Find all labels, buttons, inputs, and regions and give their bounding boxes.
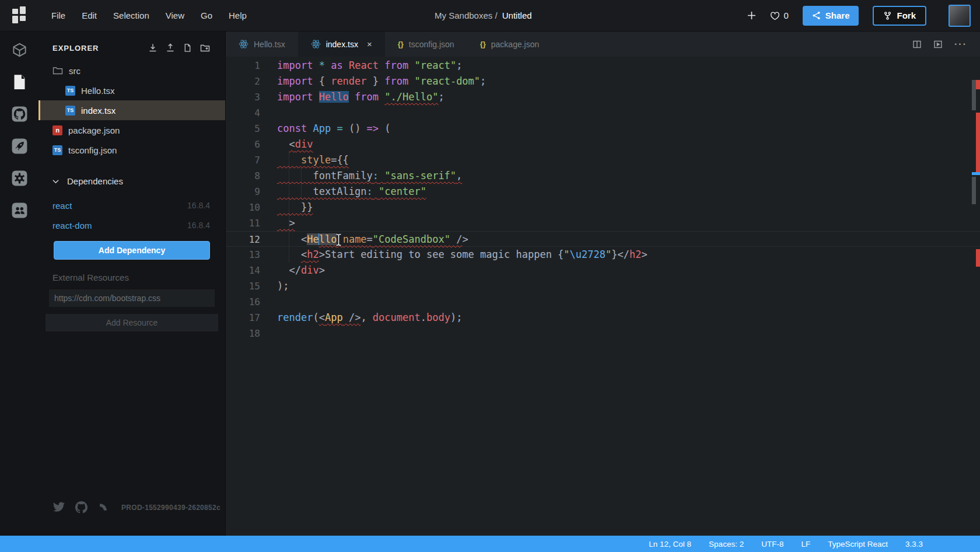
dependencies-header[interactable]: Dependencies [38, 176, 225, 186]
file-tsconfig.json[interactable]: TStsconfig.json [38, 140, 225, 160]
avatar[interactable] [949, 5, 971, 27]
code-token: , [360, 312, 372, 323]
dependency-react-dom: react-dom16.8.4 [38, 215, 225, 235]
dependency-link[interactable]: react-dom [52, 221, 92, 230]
more-icon[interactable]: ··· [954, 39, 967, 50]
tab-label: index.tsx [326, 40, 358, 49]
top-bar: FileEditSelectionViewGoHelp My Sandboxes… [0, 0, 980, 32]
download-button[interactable] [148, 43, 158, 53]
new-file-button[interactable] [183, 43, 192, 53]
spectrum-link[interactable] [97, 501, 109, 513]
breadcrumb-path: My Sandboxes / [435, 11, 498, 20]
code-token: ); [450, 312, 462, 323]
activity-box-icon[interactable] [9, 40, 29, 60]
new-sandbox-button[interactable] [747, 11, 756, 20]
code-line-8[interactable]: 8 fontFamily: "sans-serif", [226, 168, 980, 184]
external-resource-input[interactable] [49, 289, 215, 307]
dependency-react: react16.8.4 [38, 195, 225, 215]
menu-selection[interactable]: Selection [113, 11, 149, 20]
logo-grid-icon [12, 9, 26, 23]
code-line-10[interactable]: 10 }} [226, 200, 980, 215]
indent-guide [289, 232, 289, 246]
status-ln-12-col-8[interactable]: Ln 12, Col 8 [649, 540, 691, 548]
menu-view[interactable]: View [166, 11, 184, 20]
code-line-1[interactable]: 1import * as React from "react"; [226, 58, 980, 74]
line-content: render(<App />, document.body); [277, 310, 462, 326]
menu-help[interactable]: Help [229, 11, 247, 20]
code-line-2[interactable]: 2import { render } from "react-dom"; [226, 74, 980, 89]
like-button[interactable]: 0 [770, 11, 788, 20]
menu-go[interactable]: Go [201, 11, 212, 20]
github-icon [12, 106, 27, 122]
line-content: import Hello from "./Hello"; [277, 89, 444, 105]
menu-edit[interactable]: Edit [82, 11, 97, 20]
split-editor-icon [912, 40, 922, 49]
overview-ruler[interactable] [972, 57, 980, 536]
status-spaces-2[interactable]: Spaces: 2 [709, 540, 744, 548]
tab-package.json[interactable]: {}package.json [467, 32, 552, 57]
react-icon [239, 39, 249, 49]
twitter-link[interactable] [52, 501, 65, 513]
code-token: " [564, 249, 569, 260]
code-line-6[interactable]: 6 <div [226, 137, 980, 152]
code-token: "react" [415, 60, 457, 71]
open-preview-button[interactable] [933, 40, 943, 49]
file-Hello.tsx[interactable]: TSHello.tsx [38, 81, 225, 100]
code-token: } [611, 249, 617, 260]
code-token: ( [379, 123, 390, 134]
code-line-5[interactable]: 5const App = () => ( [226, 121, 980, 137]
status-lf[interactable]: LF [801, 540, 810, 548]
code-line-3[interactable]: 3import Hello from "./Hello"; [226, 89, 980, 105]
code-line-12[interactable]: 12 <Hello name="CodeSandbox" /> [226, 231, 980, 247]
fork-button[interactable]: Fork [873, 6, 926, 26]
close-tab-icon[interactable]: × [367, 39, 372, 49]
file-tree: srcTSHello.tsxTSindex.tsxnpackage.jsonTS… [38, 61, 225, 160]
dependency-list: react16.8.4react-dom16.8.4 [38, 195, 225, 235]
share-icon [812, 11, 821, 20]
line-content: <h2>Start editing to see some magic happ… [277, 247, 648, 263]
file-src[interactable]: src [38, 61, 225, 81]
activity-users-icon[interactable] [9, 200, 29, 220]
add-resource-button[interactable]: Add Resource [46, 314, 218, 331]
file-index.tsx[interactable]: TSindex.tsx [38, 100, 225, 120]
tab-index.tsx[interactable]: index.tsx× [298, 32, 385, 57]
code-line-17[interactable]: 17render(<App />, document.body); [226, 310, 980, 326]
code-line-7[interactable]: 7 style={{ [226, 152, 980, 168]
status-utf-8[interactable]: UTF-8 [761, 540, 783, 548]
indent-guide [289, 184, 289, 200]
activity-github-icon[interactable] [9, 104, 29, 124]
code-token: render [331, 75, 366, 87]
activity-gear-icon[interactable] [9, 168, 29, 188]
status-typescript-react[interactable]: TypeScript React [828, 540, 888, 548]
file-package.json[interactable]: npackage.json [38, 120, 225, 140]
codesandbox-logo[interactable] [0, 9, 38, 23]
code-token: < [301, 233, 307, 245]
split-editor-button[interactable] [912, 40, 922, 49]
code-line-13[interactable]: 13 <h2>Start editing to see some magic h… [226, 247, 980, 263]
new-folder-button[interactable] [200, 43, 210, 53]
code-token: > [462, 233, 468, 245]
activity-rocket-icon[interactable] [9, 136, 29, 156]
code-token: "sans-serif" [384, 170, 456, 181]
github-link[interactable] [75, 501, 88, 513]
code-line-9[interactable]: 9 textAlign: "center" [226, 184, 980, 200]
tab-Hello.tsx[interactable]: Hello.tsx [226, 32, 298, 57]
menu-file[interactable]: File [51, 11, 65, 20]
tab-tsconfig.json[interactable]: {}tsconfig.json [385, 32, 467, 57]
code-line-14[interactable]: 14 </div> [226, 263, 980, 278]
add-dependency-button[interactable]: Add Dependency [54, 241, 210, 260]
status-3-3-3[interactable]: 3.3.3 [905, 540, 923, 548]
code-line-18[interactable]: 18 [226, 326, 980, 341]
folder-icon [52, 66, 63, 75]
code-line-11[interactable]: 11 > [226, 215, 980, 231]
activity-file-icon[interactable] [9, 72, 29, 92]
code-token: * [319, 60, 325, 71]
line-content: ); [277, 278, 289, 294]
code-line-16[interactable]: 16 [226, 294, 980, 310]
share-button[interactable]: Share [803, 6, 859, 26]
upload-button[interactable] [166, 43, 175, 53]
dependency-link[interactable]: react [52, 201, 72, 211]
code-line-15[interactable]: 15); [226, 278, 980, 294]
code-token: . [421, 312, 426, 323]
code-line-4[interactable]: 4 [226, 105, 980, 121]
